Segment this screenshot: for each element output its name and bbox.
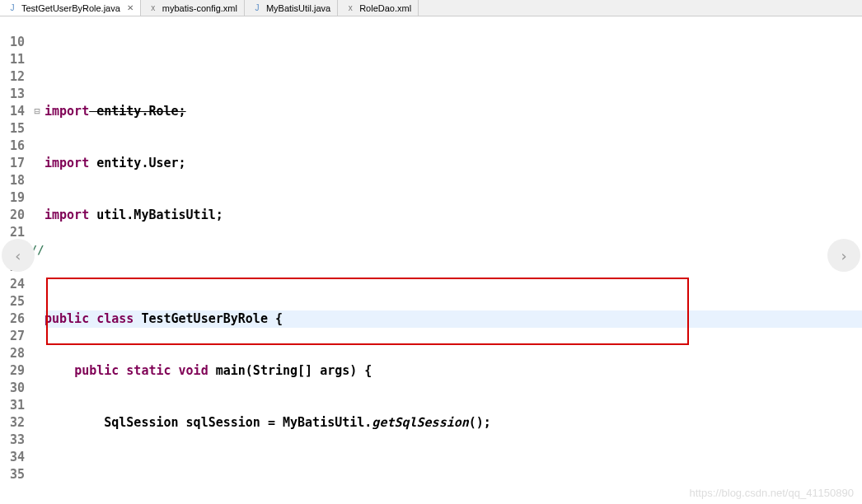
line-number: 14 <box>0 103 25 120</box>
watermark: https://blog.csdn.net/qq_41150890 <box>690 487 855 499</box>
line-number: 10 <box>0 34 25 51</box>
tab-mybatisutil[interactable]: J MyBatisUtil.java <box>245 0 338 16</box>
code-line: public static void main(String[] args) { <box>45 362 862 380</box>
line-number: 28 <box>0 345 25 362</box>
line-number: 17 <box>0 155 25 172</box>
line-number: 15 <box>0 120 25 138</box>
code-line: SqlSession sqlSession = MyBatisUtil.getS… <box>45 414 862 432</box>
line-number: 34 <box>0 449 25 466</box>
xml-file-icon: x <box>344 2 356 14</box>
chevron-right-icon: › <box>840 247 849 264</box>
tab-label: mybatis-config.xml <box>162 3 237 13</box>
line-number: 26 <box>0 310 25 328</box>
chevron-left-icon: ‹ <box>14 247 23 264</box>
java-file-icon: J <box>251 2 263 14</box>
line-number: 33 <box>0 432 25 449</box>
line-number: 27 <box>0 328 25 345</box>
code-editor[interactable]: 10 11 12 13 14 15 16 17 18 19 20 21 22 2… <box>0 16 862 504</box>
xml-file-icon: x <box>148 2 159 14</box>
code-line: public class TestGetUserByRole { <box>45 310 862 328</box>
line-number: 31 <box>0 397 25 414</box>
line-number: 25 <box>0 293 25 310</box>
line-number: 16 <box>0 138 25 155</box>
line-number: 29 <box>0 362 25 380</box>
line-number: 20 <box>0 207 25 224</box>
tab-label: MyBatisUtil.java <box>266 3 330 13</box>
java-file-icon: J <box>7 2 18 14</box>
tab-mybatis-config[interactable]: x mybatis-config.xml <box>141 0 245 16</box>
line-number: 13 <box>0 86 25 103</box>
line-number: 12 <box>0 68 25 86</box>
close-icon[interactable]: ✕ <box>127 3 134 12</box>
code-line: import entity.User; <box>45 155 862 172</box>
tab-label: TestGetUserByRole.java <box>21 3 120 13</box>
tab-label: RoleDao.xml <box>359 3 411 13</box>
line-number: 18 <box>0 172 25 189</box>
editor-tabs: J TestGetUserByRole.java ✕ x mybatis-con… <box>0 0 862 16</box>
code-area[interactable]: import entity.Role; import entity.User; … <box>45 16 862 504</box>
tab-testgetuserbyrole[interactable]: J TestGetUserByRole.java ✕ <box>0 0 141 16</box>
code-line: import entity.Role; <box>45 103 862 120</box>
line-number: 35 <box>0 466 25 483</box>
code-line <box>45 466 862 483</box>
next-arrow[interactable]: › <box>827 239 860 272</box>
code-line: import util.MyBatisUtil; <box>45 207 862 224</box>
line-number: 19 <box>0 189 25 207</box>
prev-arrow[interactable]: ‹ <box>2 239 35 272</box>
line-number: 32 <box>0 414 25 432</box>
line-number: 30 <box>0 380 25 397</box>
line-number: 11 <box>0 51 25 68</box>
line-number: 24 <box>0 276 25 293</box>
code-line <box>45 259 862 276</box>
line-number <box>0 16 25 34</box>
tab-roledao[interactable]: x RoleDao.xml <box>338 0 419 16</box>
fold-icon[interactable]: ⊟ <box>30 103 45 120</box>
